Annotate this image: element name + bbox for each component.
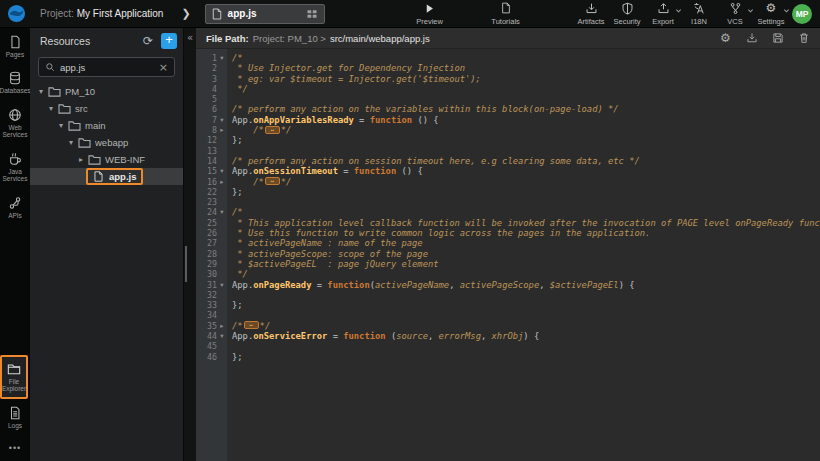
add-resource-button[interactable]: + (161, 33, 177, 49)
vcs-button[interactable]: VCS (720, 2, 750, 26)
sidebar-item-logs[interactable]: Logs (0, 399, 30, 435)
code-text[interactable]: * eg: var $timeout = Injector.get('$time… (227, 74, 481, 84)
fold-down-icon[interactable]: ▾ (217, 115, 227, 125)
action-label: Export (652, 17, 674, 26)
code-text[interactable]: /* perform any action on session timeout… (227, 156, 640, 166)
code-text[interactable]: App.onPageReady = function(activePageNam… (227, 280, 635, 290)
tree-item-src[interactable]: ▾src (30, 100, 183, 117)
code-text[interactable]: App.onServiceError = function (source, e… (227, 331, 539, 341)
fold-down-icon[interactable]: ▾ (217, 207, 227, 217)
fold-down-icon[interactable]: ▾ (217, 331, 227, 341)
code-text[interactable] (227, 146, 232, 156)
panel-divider[interactable]: « (184, 28, 196, 461)
line-number: 23 (196, 197, 217, 207)
grid-view-icon[interactable] (306, 8, 318, 20)
file-icon (212, 8, 222, 20)
fold-right-icon[interactable]: ▸ (217, 125, 227, 135)
delete-file-button[interactable] (797, 32, 810, 45)
artifacts-button[interactable]: Artifacts (576, 2, 606, 26)
code-text[interactable]: * activePageName : name of the page (227, 238, 423, 248)
fold-down-icon[interactable]: ▾ (217, 53, 227, 63)
tree-item-web-inf[interactable]: ▸WEB-INF (30, 151, 183, 168)
sidebar-item-databases[interactable]: Databases (0, 64, 30, 100)
tutorials-button[interactable]: Tutorials (489, 2, 523, 26)
tree-item-pm_10[interactable]: ▾PM_10 (30, 83, 183, 100)
sidebar-item-apis[interactable]: APIs (0, 189, 30, 225)
fold-gutter (217, 310, 227, 320)
fold-down-icon[interactable]: ▾ (217, 166, 227, 176)
code-segment: * This application level callback functi… (232, 218, 820, 228)
code-text[interactable]: }; (227, 135, 243, 145)
code-text[interactable] (227, 94, 232, 104)
collapsed-fold-box[interactable]: ↔ (265, 126, 280, 134)
sidebar-item-label: Databases (0, 87, 31, 94)
code-text[interactable]: /*↔*/ (227, 321, 270, 331)
tree-down-arrow-icon[interactable]: ▾ (66, 138, 76, 147)
tree-right-arrow-icon[interactable]: ▸ (76, 155, 86, 164)
code-text[interactable]: App.onAppVariablesReady = function () { (227, 115, 439, 125)
export-button[interactable]: Export (648, 2, 678, 26)
tree-item-app.js[interactable]: app.js (30, 168, 183, 185)
preview-button[interactable]: Preview (413, 2, 447, 26)
code-line: 1▾/* (196, 53, 820, 63)
settings-button[interactable]: ⚙Settings (756, 2, 786, 26)
code-text[interactable]: /* (227, 207, 243, 217)
sidebar-item-file-explorer[interactable]: File Explorer (0, 355, 28, 399)
tree-down-arrow-icon[interactable]: ▾ (36, 87, 46, 96)
code-text[interactable]: * $activePageEL : page jQuery element (227, 259, 439, 269)
code-area[interactable]: 1▾/*2 * Use Injector.get for Dependency … (196, 49, 820, 461)
code-text[interactable]: */ (227, 269, 248, 279)
open-file-tab[interactable]: app.js (205, 4, 325, 24)
sidebar-item-pages[interactable]: Pages (0, 28, 30, 64)
tree-down-arrow-icon[interactable]: ▾ (46, 104, 56, 113)
code-line: 26 * Use this function to write common l… (196, 228, 820, 238)
code-text[interactable]: * Use Injector.get for Dependency Inject… (227, 63, 465, 73)
search-input[interactable] (60, 62, 154, 73)
more-icon[interactable]: ••• (9, 435, 21, 461)
save-file-button[interactable] (771, 32, 784, 45)
wavemaker-logo[interactable] (0, 0, 32, 28)
code-text[interactable] (227, 197, 232, 207)
code-text[interactable]: * This application level callback functi… (227, 218, 820, 228)
sidebar-item-label: APIs (8, 212, 22, 219)
i18n-button[interactable]: I18N (684, 2, 714, 26)
chevron-down-icon (675, 7, 682, 14)
code-text[interactable]: }; (227, 187, 243, 197)
export-icon (657, 2, 670, 15)
code-segment: */ (232, 84, 248, 94)
editor-settings-button[interactable]: ⚙ (719, 32, 732, 45)
pages-icon (8, 35, 22, 49)
refresh-icon[interactable]: ⟳ (143, 35, 153, 47)
code-text[interactable] (227, 341, 232, 351)
code-text[interactable]: /* perform any action on the variables w… (227, 104, 619, 114)
code-text[interactable] (227, 310, 232, 320)
code-text[interactable]: */ (227, 84, 248, 94)
collapsed-fold-box[interactable]: ↔ (244, 321, 259, 329)
code-text[interactable]: * Use this function to write common logi… (227, 228, 650, 238)
code-text[interactable] (227, 290, 232, 300)
editor-scrollbar[interactable] (185, 246, 187, 282)
fold-down-icon[interactable]: ▾ (217, 280, 227, 290)
tree-down-arrow-icon[interactable]: ▾ (56, 121, 66, 130)
tree-item-main[interactable]: ▾main (30, 117, 183, 134)
download-file-button[interactable] (745, 32, 758, 45)
fold-right-icon[interactable]: ▸ (217, 321, 227, 331)
collapse-panel-icon[interactable]: « (184, 32, 196, 43)
security-button[interactable]: Security (612, 2, 642, 26)
code-text[interactable]: /*↔*/ (227, 125, 291, 135)
code-text[interactable]: /*↔*/ (227, 177, 291, 187)
code-text[interactable]: }; (227, 352, 243, 362)
collapsed-fold-box[interactable]: ↔ (265, 177, 280, 185)
sidebar-item-web-services[interactable]: Web Services (0, 101, 30, 145)
code-text[interactable]: /* (227, 53, 243, 63)
user-avatar[interactable]: MP (792, 4, 812, 24)
clear-search-icon[interactable]: × (159, 62, 168, 73)
sidebar-item-java-services[interactable]: Java Services (0, 145, 30, 189)
wave-logo-icon (7, 4, 26, 23)
code-text[interactable]: App.onSessionTimeout = function () { (227, 166, 423, 176)
tree-item-webapp[interactable]: ▾webapp (30, 134, 183, 151)
code-text[interactable]: }; (227, 300, 243, 310)
fold-right-icon[interactable]: ▸ (217, 177, 227, 187)
file-path-value: src/main/webapp/app.js (330, 33, 430, 44)
code-text[interactable]: * activePageScope: scope of the page (227, 249, 428, 259)
